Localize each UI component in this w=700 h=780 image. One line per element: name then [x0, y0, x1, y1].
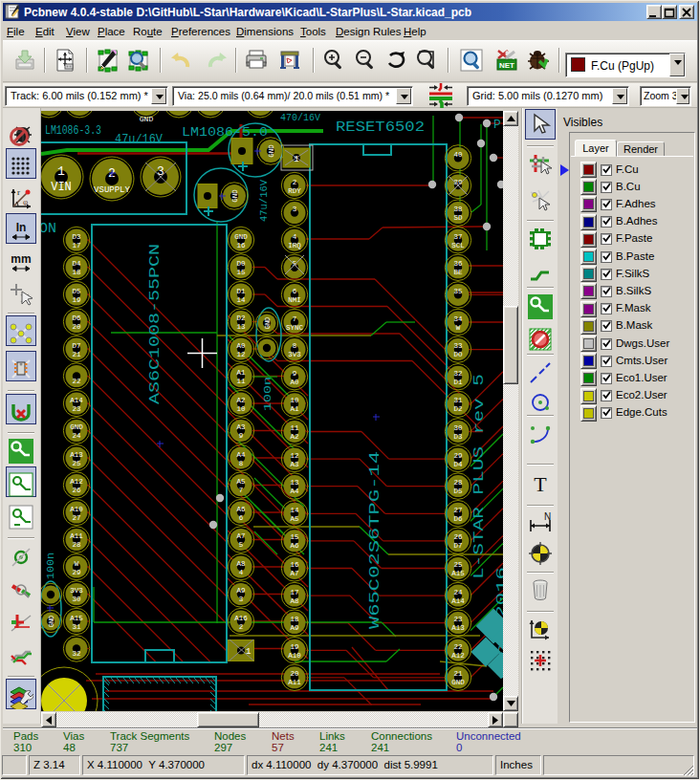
svg-text:D1: D1 — [453, 379, 463, 386]
svg-text:D4: D4 — [453, 461, 463, 468]
svg-text:LM1086-3.3: LM1086-3.3 — [45, 124, 101, 138]
svg-text:31: 31 — [72, 623, 81, 631]
svg-text:2: 2 — [293, 179, 297, 186]
svg-text:21: 21 — [453, 670, 463, 678]
svg-text:D6: D6 — [453, 515, 463, 523]
svg-text:W: W — [456, 324, 461, 332]
svg-text:A10: A10 — [70, 506, 83, 513]
svg-text:W65C02S6TPG-14: W65C02S6TPG-14 — [367, 451, 383, 629]
svg-text:24: 24 — [453, 589, 463, 596]
svg-text:100n: 100n — [46, 552, 56, 579]
svg-text:A16: A16 — [234, 615, 248, 622]
svg-text:16: 16 — [290, 561, 299, 569]
svg-text:GND: GND — [451, 679, 465, 686]
svg-text:A4: A4 — [236, 451, 246, 459]
svg-text:NMI: NMI — [288, 296, 301, 304]
svg-text:23: 23 — [453, 616, 463, 623]
svg-text:A5: A5 — [236, 478, 246, 486]
svg-text:100n: 100n — [263, 377, 273, 411]
svg-text:VIN: VIN — [51, 181, 72, 194]
svg-text:4: 4 — [293, 233, 297, 241]
svg-text:A8: A8 — [236, 560, 245, 568]
svg-text:φ: φ — [23, 197, 28, 206]
svg-text:7: 7 — [239, 487, 244, 494]
svg-text:36: 36 — [453, 260, 463, 268]
svg-text:D3: D3 — [72, 233, 81, 241]
svg-text:1: 1 — [246, 647, 251, 657]
svg-text:30: 30 — [72, 596, 81, 603]
svg-text:9: 9 — [293, 370, 297, 378]
svg-text:SD: SD — [453, 214, 463, 222]
svg-text:29: 29 — [453, 452, 462, 460]
svg-text:GND: GND — [268, 144, 275, 158]
svg-text:16: 16 — [236, 242, 246, 249]
svg-text:3: 3 — [239, 596, 244, 603]
svg-text:A2: A2 — [236, 397, 245, 404]
svg-text:470/16V: 470/16V — [280, 112, 320, 123]
svg-text:3V3: 3V3 — [288, 351, 301, 358]
svg-text:D5: D5 — [72, 288, 81, 295]
svg-text:37: 37 — [453, 233, 462, 241]
svg-text:DO: DO — [453, 351, 463, 358]
svg-text:D3: D3 — [453, 433, 463, 441]
svg-text:NET: NET — [499, 61, 514, 70]
svg-text:AS6C1008-55PCN: AS6C1008-55PCN — [147, 244, 163, 404]
svg-text:9: 9 — [239, 432, 244, 440]
svg-text:VSUPPLY: VSUPPLY — [94, 185, 130, 195]
svg-text:A3: A3 — [290, 461, 299, 468]
svg-text:14: 14 — [290, 507, 299, 514]
svg-text:GND: GND — [264, 317, 272, 330]
svg-text:10: 10 — [236, 405, 246, 413]
svg-text:14: 14 — [236, 296, 246, 304]
svg-text:A11: A11 — [288, 679, 301, 686]
svg-text:A0: A0 — [290, 379, 299, 386]
svg-text:A6: A6 — [236, 506, 246, 513]
svg-text:15: 15 — [236, 269, 246, 276]
svg-text:W: W — [75, 560, 79, 568]
svg-text:18: 18 — [72, 269, 80, 276]
svg-text:GND: GND — [231, 189, 239, 203]
svg-text:D0: D0 — [236, 260, 246, 268]
svg-text:A4: A4 — [290, 488, 299, 495]
svg-text:A8: A8 — [290, 597, 298, 605]
svg-text:D5: D5 — [453, 488, 463, 495]
svg-text:12: 12 — [236, 351, 245, 358]
svg-text:A9: A9 — [290, 624, 298, 632]
svg-text:38: 38 — [453, 206, 462, 213]
svg-text:11: 11 — [236, 378, 246, 385]
svg-text:ON: ON — [41, 221, 56, 237]
svg-text:In: In — [16, 221, 27, 234]
svg-text:A12: A12 — [70, 478, 83, 486]
svg-text:2: 2 — [239, 623, 244, 631]
svg-text:A7: A7 — [290, 570, 298, 577]
svg-text:26: 26 — [453, 533, 463, 541]
svg-text:T: T — [534, 472, 547, 496]
svg-text:P: P — [493, 118, 501, 132]
svg-text:A15: A15 — [451, 570, 465, 577]
svg-text:31: 31 — [453, 397, 463, 404]
svg-text:17: 17 — [290, 589, 298, 596]
svg-text:BE: BE — [453, 269, 463, 276]
svg-text:RESET6502: RESET6502 — [336, 119, 425, 136]
svg-text:IRQ: IRQ — [288, 242, 301, 249]
svg-text:D2: D2 — [236, 314, 245, 322]
svg-text:18: 18 — [290, 616, 298, 623]
svg-text:4: 4 — [239, 569, 244, 576]
svg-text:19: 19 — [72, 296, 80, 304]
svg-text:GND: GND — [48, 616, 55, 628]
svg-text:A13: A13 — [451, 624, 465, 632]
svg-text:A10: A10 — [288, 652, 301, 660]
svg-text:25: 25 — [453, 561, 463, 569]
svg-text:40: 40 — [453, 151, 463, 159]
svg-text:22: 22 — [72, 378, 80, 385]
svg-text:1: 1 — [57, 164, 65, 179]
svg-text:D1: D1 — [236, 288, 246, 295]
svg-text:L-STAR PLUS rev 5: L-STAR PLUS rev 5 — [471, 374, 487, 579]
svg-text:A1: A1 — [236, 369, 246, 377]
svg-text:20: 20 — [290, 670, 299, 678]
svg-text:A11: A11 — [70, 532, 83, 540]
svg-text:A5: A5 — [290, 515, 299, 523]
svg-text:A14: A14 — [451, 597, 465, 605]
svg-text:A15: A15 — [70, 615, 83, 622]
svg-text:A14: A14 — [70, 397, 83, 404]
